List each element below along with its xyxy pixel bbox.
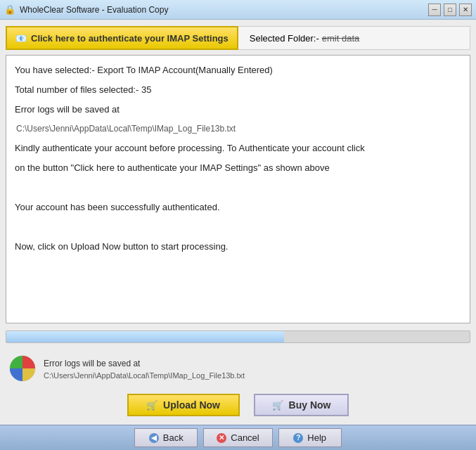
info-line-8: Now, click on Upload Now button to start… [15, 239, 461, 255]
window-controls: ─ □ ✕ [428, 4, 472, 16]
info-line-3: Error logs will be saved at [15, 102, 461, 117]
pie-chart-icon [8, 354, 37, 382]
cancel-button[interactable]: ✕ Cancel [203, 428, 272, 447]
app-icon: 🔒 [4, 4, 15, 15]
nav-bar: ◀ Back ✕ Cancel ? Help [0, 425, 476, 450]
selected-folder-display: Selected Folder:- emit data [238, 26, 470, 50]
info-line-5 [15, 180, 461, 195]
info-area: You have selected:- Export To IMAP Accou… [6, 55, 470, 323]
bottom-info-text-block: Error logs will be saved at C:\Users\Jen… [44, 357, 245, 379]
info-line-4a: Kindly authenticate your account before … [15, 141, 461, 156]
auth-button-label: Click here to authenticate your IMAP Set… [31, 33, 229, 44]
back-label: Back [163, 432, 184, 443]
upload-now-button[interactable]: 🛒 Upload Now [127, 394, 240, 416]
minimize-button[interactable]: ─ [428, 4, 441, 16]
action-buttons: 🛒 Upload Now 🛒 Buy Now [6, 391, 470, 419]
upload-icon: 🛒 [146, 400, 157, 411]
progress-bar-inner [6, 331, 284, 342]
bottom-info: Error logs will be saved at C:\Users\Jen… [6, 350, 470, 387]
bottom-info-path: C:\Users\Jenni\AppData\Local\Temp\IMap_L… [44, 371, 245, 380]
upload-button-label: Upload Now [163, 399, 220, 411]
info-line-2: Total number of files selected:- 35 [15, 82, 461, 98]
buy-now-button[interactable]: 🛒 Buy Now [254, 394, 349, 416]
info-line-4b: on the button "Click here to authenticat… [15, 160, 461, 176]
title-bar: 🔒 WholeClear Software - Evaluation Copy … [0, 0, 476, 20]
close-button[interactable]: ✕ [459, 4, 472, 16]
buy-button-label: Buy Now [289, 399, 331, 411]
main-container: 📧 Click here to authenticate your IMAP S… [0, 20, 476, 425]
title-bar-left: 🔒 WholeClear Software - Evaluation Copy [4, 4, 168, 15]
info-line-1: You have selected:- Export To IMAP Accou… [15, 63, 461, 78]
help-label: Help [307, 432, 326, 443]
top-bar: 📧 Click here to authenticate your IMAP S… [6, 25, 470, 51]
maximize-button[interactable]: □ [444, 4, 456, 16]
help-button[interactable]: ? Help [278, 428, 342, 447]
back-button[interactable]: ◀ Back [134, 428, 198, 447]
info-line-3-path: C:\Users\Jenni\AppData\Local\Temp\IMap_L… [16, 122, 461, 136]
title-bar-text: WholeClear Software - Evaluation Copy [20, 5, 168, 15]
info-line-7 [15, 219, 461, 235]
cancel-icon: ✕ [217, 433, 226, 443]
progress-section [6, 328, 470, 346]
cancel-label: Cancel [231, 432, 259, 443]
selected-folder-value: emit data [322, 33, 359, 44]
help-icon: ? [293, 433, 303, 443]
selected-folder-label-text: Selected Folder:- [250, 33, 319, 44]
authenticate-button[interactable]: 📧 Click here to authenticate your IMAP S… [6, 26, 238, 50]
info-line-6: Your account has been successfully authe… [15, 200, 461, 215]
back-icon: ◀ [149, 433, 159, 443]
progress-bar-outer [6, 330, 470, 343]
auth-icon: 📧 [15, 33, 27, 44]
cart-icon: 🛒 [272, 400, 283, 411]
bottom-info-label: Error logs will be saved at [44, 357, 245, 371]
